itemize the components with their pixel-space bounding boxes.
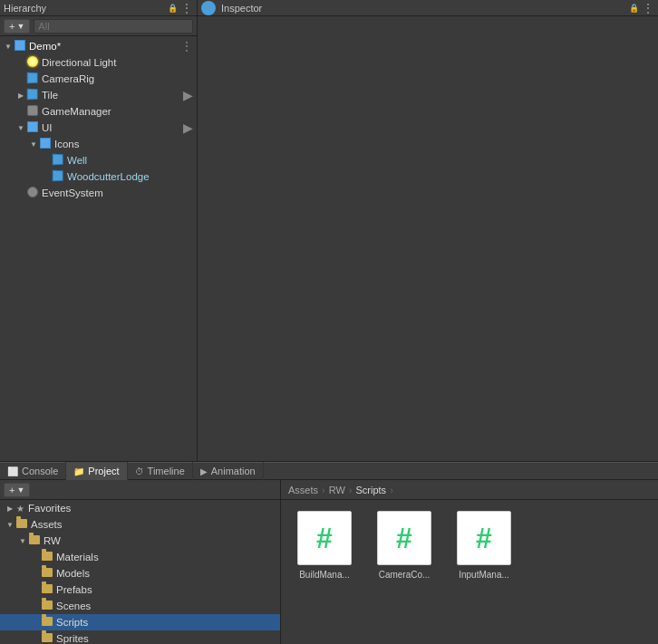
breadcrumb-assets[interactable]: Assets <box>288 485 318 495</box>
sprites-arrow <box>29 632 42 644</box>
gameobj-icon-gm <box>27 105 40 118</box>
scripts-folder-icon <box>42 616 54 629</box>
tab-animation-label: Animation <box>211 466 256 476</box>
hierarchy-header: Hierarchy <box>0 0 197 16</box>
sidebar-item-assets[interactable]: Assets <box>0 516 280 533</box>
breadcrumb-rw[interactable]: RW <box>329 485 345 495</box>
tree-label-directional-light: Directional Light <box>42 57 116 68</box>
inspector-title: Inspector <box>221 3 625 14</box>
cube-icon-woodcutter <box>53 170 65 183</box>
scenes-arrow <box>29 600 42 612</box>
asset-item-input-manager[interactable]: # InputMana... <box>448 507 520 584</box>
hierarchy-search-input[interactable] <box>34 19 193 34</box>
breadcrumb-scripts[interactable]: Scripts <box>356 485 387 495</box>
cube-blue-icon <box>15 40 27 53</box>
asset-thumb-camera-co: # <box>377 511 431 565</box>
tree-label-woodcutter-lodge: WoodcutterLodge <box>67 171 150 182</box>
tree-more-ui[interactable]: ▶ <box>183 120 193 135</box>
asset-label-build-manager: BuildMana... <box>299 569 350 581</box>
tree-item-ui[interactable]: UI ▶ <box>0 120 197 136</box>
sidebar-assets-label: Assets <box>31 519 63 530</box>
models-folder-icon <box>42 567 54 580</box>
sidebar-item-favorites[interactable]: ★ Favorites <box>0 500 280 516</box>
tree-item-camera-rig[interactable]: CameraRig <box>0 71 197 87</box>
sidebar-item-scripts[interactable]: Scripts <box>0 614 280 630</box>
cube-icon-tile <box>27 89 40 101</box>
inspector-header: Inspector <box>198 0 658 16</box>
tree-arrow-demo <box>2 40 15 53</box>
sidebar-item-rw[interactable]: RW <box>0 533 280 549</box>
hierarchy-lock-icon[interactable] <box>166 2 179 14</box>
hierarchy-panel: Hierarchy + ▼ Demo* ⋮ Directiona <box>0 0 198 461</box>
tree-label-game-manager: GameManager <box>42 106 111 117</box>
tree-arrow-light <box>15 56 27 69</box>
eventsys-icon <box>27 187 40 199</box>
tab-project[interactable]: 📁 Project <box>66 462 127 480</box>
sidebar-scroll: ★ Favorites Assets RW <box>0 500 280 644</box>
sidebar-item-prefabs[interactable]: Prefabs <box>0 582 280 598</box>
tree-item-icons[interactable]: Icons <box>0 136 197 152</box>
asset-item-camera-co[interactable]: # CameraCo... <box>368 507 440 584</box>
tree-item-well[interactable]: Well <box>0 152 197 168</box>
tree-item-game-manager[interactable]: GameManager <box>0 103 197 120</box>
inspector-header-icon <box>201 1 216 15</box>
hierarchy-add-button[interactable]: + ▼ <box>4 19 30 34</box>
tree-item-woodcutter-lodge[interactable]: WoodcutterLodge <box>0 168 197 185</box>
tree-label-demo: Demo* <box>29 41 61 52</box>
materials-arrow <box>29 551 42 563</box>
sidebar-materials-label: Materials <box>56 552 99 562</box>
tree-item-directional-light[interactable]: Directional Light <box>0 54 197 71</box>
scripts-arrow <box>29 616 42 629</box>
tree-arrow-event-system <box>15 187 27 199</box>
star-icon: ★ <box>16 504 24 514</box>
tab-project-label: Project <box>88 466 119 476</box>
hierarchy-menu-icon[interactable] <box>180 2 193 14</box>
sidebar-scripts-label: Scripts <box>56 617 88 628</box>
tab-timeline[interactable]: ⏱ Timeline <box>128 462 193 480</box>
tree-item-event-system[interactable]: EventSystem <box>0 185 197 201</box>
cube-icon-well <box>53 154 65 167</box>
asset-item-build-manager[interactable]: # BuildMana... <box>288 507 361 584</box>
breadcrumb-sep-1: › <box>322 485 325 495</box>
sidebar-item-materials[interactable]: Materials <box>0 549 280 565</box>
prefabs-arrow <box>29 583 42 596</box>
project-sidebar: + ▼ ★ Favorites Assets <box>0 480 281 644</box>
breadcrumb-sep-3: › <box>390 485 393 495</box>
tree-arrow-woodcutter <box>40 170 53 183</box>
materials-folder-icon <box>42 551 54 563</box>
folder-icon-tab: 📁 <box>73 466 84 476</box>
rw-arrow[interactable] <box>16 534 29 547</box>
light-icon <box>27 56 40 69</box>
sidebar-item-models[interactable]: Models <box>0 565 280 582</box>
inspector-menu-icon[interactable] <box>642 2 654 14</box>
project-add-button[interactable]: + ▼ <box>4 483 30 497</box>
sidebar-scenes-label: Scenes <box>56 601 91 611</box>
tree-label-event-system: EventSystem <box>42 187 103 198</box>
tree-arrow-ui[interactable] <box>15 121 27 134</box>
bottom-panel: ⬜ Console 📁 Project ⏱ Timeline ▶ Animati… <box>0 462 658 644</box>
tab-animation[interactable]: ▶ Animation <box>193 462 264 480</box>
inspector-content <box>198 16 658 461</box>
sidebar-item-sprites[interactable]: Sprites <box>0 630 280 644</box>
tree-label-ui: UI <box>42 122 53 133</box>
assets-arrow[interactable] <box>4 518 16 531</box>
sidebar-prefabs-label: Prefabs <box>56 584 92 595</box>
tree-more-demo[interactable]: ⋮ <box>180 39 193 53</box>
tree-arrow-tile[interactable] <box>15 89 27 101</box>
hierarchy-title: Hierarchy <box>4 3 164 14</box>
tab-console[interactable]: ⬜ Console <box>0 462 66 480</box>
top-panel: Hierarchy + ▼ Demo* ⋮ Directiona <box>0 0 658 462</box>
tree-item-tile[interactable]: Tile ▶ <box>0 87 197 103</box>
sidebar-item-scenes[interactable]: Scenes <box>0 598 280 614</box>
tree-label-tile: Tile <box>42 90 58 101</box>
tree-item-demo[interactable]: Demo* ⋮ <box>0 38 197 54</box>
asset-label-camera-co: CameraCo... <box>379 569 431 581</box>
tree-arrow-well <box>40 154 53 167</box>
timeline-icon: ⏱ <box>135 466 144 476</box>
tree-more-tile[interactable]: ▶ <box>183 88 193 102</box>
tree-arrow-icons[interactable] <box>27 138 40 150</box>
inspector-panel: Inspector <box>198 0 658 461</box>
asset-thumb-input-manager: # <box>457 511 511 565</box>
sprites-folder-icon <box>42 632 54 644</box>
inspector-lock-icon[interactable] <box>627 2 640 14</box>
